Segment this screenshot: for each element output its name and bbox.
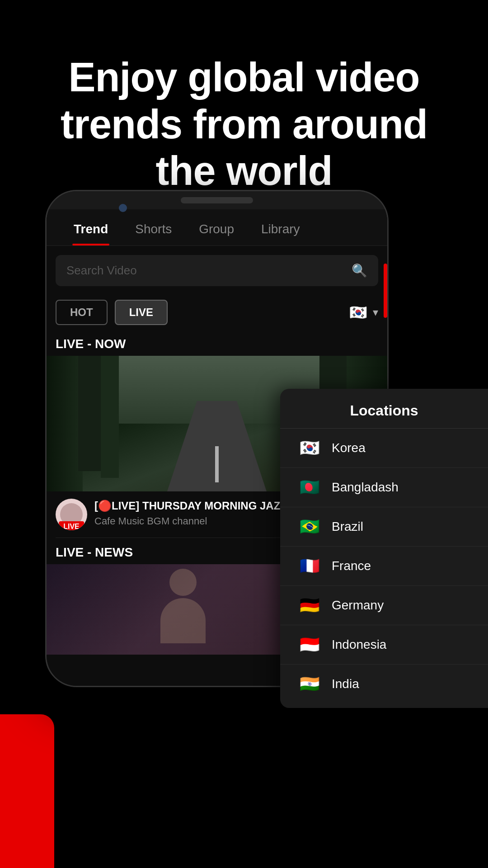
- france-flag-icon: 🇫🇷: [298, 557, 321, 576]
- location-item-brazil[interactable]: 🇧🇷 Brazil: [280, 507, 488, 547]
- video-text-info: [🔴LIVE] THURSDAY MORNING JAZZ Cafe Music…: [94, 499, 287, 527]
- brazil-flag-icon: 🇧🇷: [298, 517, 321, 536]
- indonesia-flag-icon: 🇮🇩: [298, 635, 321, 654]
- selected-country-flag: 🇰🇷: [348, 302, 368, 322]
- search-bar[interactable]: Search Video 🔍: [56, 255, 378, 286]
- video-title: [🔴LIVE] THURSDAY MORNING JAZZ: [94, 499, 287, 513]
- road-line: [215, 446, 219, 482]
- tab-group[interactable]: Group: [185, 209, 248, 245]
- tab-shorts[interactable]: Shorts: [122, 209, 185, 245]
- germany-flag-icon: 🇩🇪: [298, 596, 321, 615]
- germany-name: Germany: [332, 598, 384, 613]
- korea-flag-icon: 🇰🇷: [298, 439, 321, 458]
- indonesia-name: Indonesia: [332, 637, 386, 652]
- france-name: France: [332, 559, 371, 573]
- filter-row: HOT LIVE 🇰🇷 ▾: [47, 295, 387, 330]
- phone-pill: [181, 197, 253, 203]
- filter-live-button[interactable]: LIVE: [115, 300, 168, 325]
- tab-trend[interactable]: Trend: [60, 209, 122, 245]
- tree-1: [47, 356, 83, 491]
- brazil-name: Brazil: [332, 519, 363, 534]
- location-selector[interactable]: 🇰🇷 ▾: [348, 302, 378, 322]
- india-name: India: [332, 677, 359, 691]
- india-flag-icon: 🇮🇳: [298, 675, 321, 693]
- nav-tabs: Trend Shorts Group Library: [47, 209, 387, 246]
- location-item-korea[interactable]: 🇰🇷 Korea: [280, 429, 488, 468]
- live-now-heading: LIVE - NOW: [47, 330, 387, 356]
- scroll-indicator: [384, 264, 387, 318]
- video-channel: Cafe Music BGM channel: [94, 515, 287, 527]
- location-item-indonesia[interactable]: 🇮🇩 Indonesia: [280, 625, 488, 665]
- chevron-down-icon: ▾: [373, 306, 378, 319]
- hero-title: Enjoy global video trends from around th…: [27, 54, 461, 195]
- tab-library[interactable]: Library: [248, 209, 314, 245]
- bangladesh-name: Bangladash: [332, 480, 399, 495]
- tree-2: [78, 356, 101, 471]
- hero-section: Enjoy global video trends from around th…: [0, 0, 488, 222]
- location-item-france[interactable]: 🇫🇷 France: [280, 547, 488, 586]
- locations-panel: Locations 🇰🇷 Korea 🇧🇩 Bangladash 🇧🇷 Braz…: [280, 389, 488, 708]
- phone-top-bar: [47, 191, 387, 209]
- location-item-germany[interactable]: 🇩🇪 Germany: [280, 586, 488, 625]
- red-accent-decoration: [0, 714, 54, 868]
- locations-title: Locations: [280, 402, 488, 429]
- tree-3: [101, 356, 119, 478]
- location-item-india[interactable]: 🇮🇳 India: [280, 665, 488, 703]
- location-item-bangladesh[interactable]: 🇧🇩 Bangladash: [280, 468, 488, 507]
- live-badge: LIVE: [59, 521, 84, 530]
- korea-name: Korea: [332, 441, 366, 455]
- search-icon: 🔍: [352, 263, 367, 278]
- channel-avatar: LIVE: [56, 499, 87, 530]
- search-placeholder: Search Video: [66, 264, 344, 278]
- filter-hot-button[interactable]: HOT: [56, 300, 108, 325]
- bangladesh-flag-icon: 🇧🇩: [298, 478, 321, 497]
